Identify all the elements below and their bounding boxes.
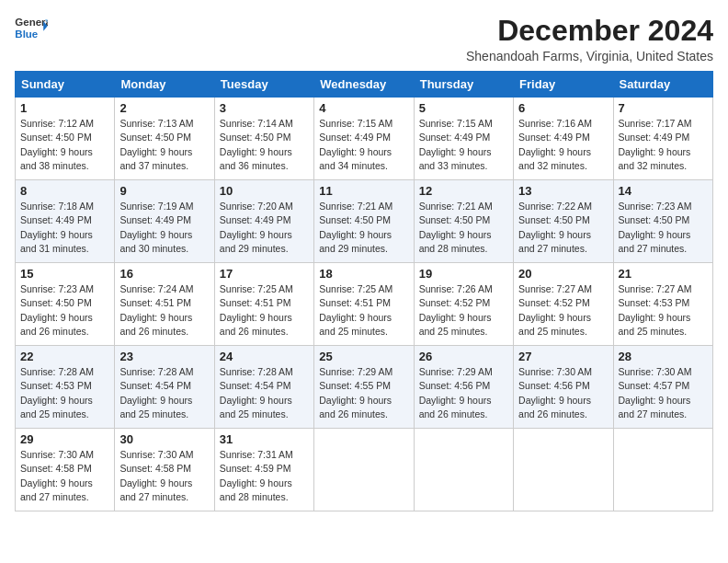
day-number: 27 (518, 350, 608, 363)
column-header-thursday: Thursday (414, 72, 513, 98)
calendar-cell: 16 Sunrise: 7:24 AMSunset: 4:51 PMDaylig… (115, 263, 214, 346)
calendar-cell: 18 Sunrise: 7:25 AMSunset: 4:51 PMDaylig… (314, 263, 414, 346)
day-number: 15 (20, 267, 109, 281)
calendar-cell: 28 Sunrise: 7:30 AMSunset: 4:57 PMDaylig… (613, 346, 712, 429)
calendar-week-row: 22 Sunrise: 7:28 AMSunset: 4:53 PMDaylig… (16, 346, 713, 429)
day-info: Sunrise: 7:29 AMSunset: 4:55 PMDaylight:… (319, 366, 392, 419)
svg-text:Blue: Blue (15, 29, 38, 40)
day-info: Sunrise: 7:29 AMSunset: 4:56 PMDaylight:… (419, 366, 493, 419)
day-number: 26 (419, 350, 508, 363)
calendar-cell: 6 Sunrise: 7:16 AMSunset: 4:49 PMDayligh… (514, 98, 613, 180)
calendar-cell (414, 429, 513, 511)
day-info: Sunrise: 7:15 AMSunset: 4:49 PMDaylight:… (319, 118, 392, 171)
calendar-header-row: SundayMondayTuesdayWednesdayThursdayFrid… (16, 72, 713, 98)
day-number: 7 (619, 101, 708, 115)
day-info: Sunrise: 7:28 AMSunset: 4:53 PMDaylight:… (20, 366, 94, 419)
calendar-cell (613, 429, 712, 511)
calendar-cell: 14 Sunrise: 7:23 AMSunset: 4:50 PMDaylig… (613, 180, 712, 263)
calendar-table: SundayMondayTuesdayWednesdayThursdayFrid… (15, 71, 713, 511)
day-info: Sunrise: 7:30 AMSunset: 4:57 PMDaylight:… (619, 366, 692, 419)
day-number: 17 (220, 267, 309, 281)
day-info: Sunrise: 7:23 AMSunset: 4:50 PMDaylight:… (619, 201, 692, 254)
calendar-cell: 15 Sunrise: 7:23 AMSunset: 4:50 PMDaylig… (16, 263, 115, 346)
day-info: Sunrise: 7:12 AMSunset: 4:50 PMDaylight:… (20, 118, 94, 171)
calendar-week-row: 15 Sunrise: 7:23 AMSunset: 4:50 PMDaylig… (16, 263, 713, 346)
day-number: 8 (20, 184, 109, 198)
day-number: 12 (419, 184, 508, 198)
logo-icon: General Blue (15, 15, 48, 42)
calendar-cell: 23 Sunrise: 7:28 AMSunset: 4:54 PMDaylig… (115, 346, 214, 429)
calendar-cell: 9 Sunrise: 7:19 AMSunset: 4:49 PMDayligh… (115, 180, 214, 263)
calendar-cell: 8 Sunrise: 7:18 AMSunset: 4:49 PMDayligh… (16, 180, 115, 263)
calendar-cell: 2 Sunrise: 7:13 AMSunset: 4:50 PMDayligh… (115, 98, 214, 180)
column-header-tuesday: Tuesday (214, 72, 313, 98)
day-number: 25 (319, 350, 408, 363)
day-info: Sunrise: 7:28 AMSunset: 4:54 PMDaylight:… (119, 366, 193, 419)
day-number: 29 (20, 432, 109, 446)
calendar-cell: 13 Sunrise: 7:22 AMSunset: 4:50 PMDaylig… (514, 180, 613, 263)
day-number: 30 (119, 432, 209, 446)
calendar-cell: 17 Sunrise: 7:25 AMSunset: 4:51 PMDaylig… (214, 263, 313, 346)
day-info: Sunrise: 7:30 AMSunset: 4:58 PMDaylight:… (119, 449, 193, 502)
day-number: 6 (518, 101, 608, 115)
calendar-cell: 10 Sunrise: 7:20 AMSunset: 4:49 PMDaylig… (214, 180, 313, 263)
day-info: Sunrise: 7:27 AMSunset: 4:52 PMDaylight:… (518, 283, 592, 337)
day-info: Sunrise: 7:16 AMSunset: 4:49 PMDaylight:… (518, 118, 592, 171)
day-info: Sunrise: 7:22 AMSunset: 4:50 PMDaylight:… (518, 201, 592, 254)
day-info: Sunrise: 7:17 AMSunset: 4:49 PMDaylight:… (619, 118, 692, 171)
day-number: 1 (20, 101, 109, 115)
day-info: Sunrise: 7:28 AMSunset: 4:54 PMDaylight:… (220, 366, 293, 419)
calendar-cell: 1 Sunrise: 7:12 AMSunset: 4:50 PMDayligh… (16, 98, 115, 180)
svg-text:General: General (15, 17, 48, 28)
title-block: December 2024 Shenandoah Farms, Virginia… (466, 15, 713, 63)
calendar-cell: 4 Sunrise: 7:15 AMSunset: 4:49 PMDayligh… (314, 98, 414, 180)
day-number: 13 (518, 184, 608, 198)
page-header: General Blue December 2024 Shenandoah Fa… (15, 15, 713, 63)
day-number: 19 (419, 267, 508, 281)
column-header-monday: Monday (115, 72, 214, 98)
calendar-cell: 20 Sunrise: 7:27 AMSunset: 4:52 PMDaylig… (514, 263, 613, 346)
calendar-cell: 21 Sunrise: 7:27 AMSunset: 4:53 PMDaylig… (613, 263, 712, 346)
day-info: Sunrise: 7:27 AMSunset: 4:53 PMDaylight:… (619, 283, 692, 337)
day-number: 16 (119, 267, 209, 281)
day-number: 24 (220, 350, 309, 363)
column-header-wednesday: Wednesday (314, 72, 414, 98)
calendar-cell (514, 429, 613, 511)
calendar-cell: 12 Sunrise: 7:21 AMSunset: 4:50 PMDaylig… (414, 180, 513, 263)
day-info: Sunrise: 7:31 AMSunset: 4:59 PMDaylight:… (220, 449, 293, 502)
column-header-friday: Friday (514, 72, 613, 98)
calendar-cell: 19 Sunrise: 7:26 AMSunset: 4:52 PMDaylig… (414, 263, 513, 346)
day-number: 4 (319, 101, 408, 115)
day-number: 31 (220, 432, 309, 446)
location: Shenandoah Farms, Virginia, United State… (466, 49, 713, 63)
day-number: 10 (220, 184, 309, 198)
calendar-cell: 25 Sunrise: 7:29 AMSunset: 4:55 PMDaylig… (314, 346, 414, 429)
column-header-sunday: Sunday (16, 72, 115, 98)
day-info: Sunrise: 7:26 AMSunset: 4:52 PMDaylight:… (419, 283, 493, 337)
day-info: Sunrise: 7:21 AMSunset: 4:50 PMDaylight:… (419, 201, 493, 254)
day-number: 18 (319, 267, 408, 281)
day-info: Sunrise: 7:30 AMSunset: 4:58 PMDaylight:… (20, 449, 94, 502)
day-info: Sunrise: 7:19 AMSunset: 4:49 PMDaylight:… (119, 201, 193, 254)
calendar-cell: 3 Sunrise: 7:14 AMSunset: 4:50 PMDayligh… (214, 98, 313, 180)
calendar-cell: 31 Sunrise: 7:31 AMSunset: 4:59 PMDaylig… (214, 429, 313, 511)
calendar-week-row: 29 Sunrise: 7:30 AMSunset: 4:58 PMDaylig… (16, 429, 713, 511)
month-year: December 2024 (466, 15, 713, 47)
day-number: 20 (518, 267, 608, 281)
day-info: Sunrise: 7:25 AMSunset: 4:51 PMDaylight:… (319, 283, 392, 337)
day-info: Sunrise: 7:23 AMSunset: 4:50 PMDaylight:… (20, 283, 94, 337)
day-number: 11 (319, 184, 408, 198)
calendar-cell: 5 Sunrise: 7:15 AMSunset: 4:49 PMDayligh… (414, 98, 513, 180)
day-number: 3 (220, 101, 309, 115)
day-info: Sunrise: 7:30 AMSunset: 4:56 PMDaylight:… (518, 366, 592, 419)
day-number: 22 (20, 350, 109, 363)
calendar-cell: 30 Sunrise: 7:30 AMSunset: 4:58 PMDaylig… (115, 429, 214, 511)
day-info: Sunrise: 7:25 AMSunset: 4:51 PMDaylight:… (220, 283, 293, 337)
calendar-week-row: 8 Sunrise: 7:18 AMSunset: 4:49 PMDayligh… (16, 180, 713, 263)
calendar-cell: 22 Sunrise: 7:28 AMSunset: 4:53 PMDaylig… (16, 346, 115, 429)
day-info: Sunrise: 7:20 AMSunset: 4:49 PMDaylight:… (220, 201, 293, 254)
column-header-saturday: Saturday (613, 72, 712, 98)
day-number: 21 (619, 267, 708, 281)
day-number: 2 (119, 101, 209, 115)
calendar-cell: 26 Sunrise: 7:29 AMSunset: 4:56 PMDaylig… (414, 346, 513, 429)
